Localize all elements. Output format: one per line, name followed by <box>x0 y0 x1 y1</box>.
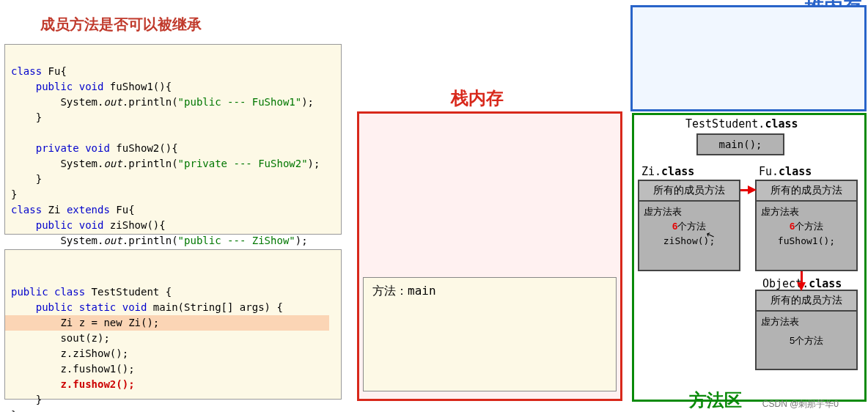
txt: class <box>765 117 798 130</box>
txt: class <box>661 165 694 178</box>
zi-method-count: 6个方法 <box>644 219 735 234</box>
txt: } <box>11 409 17 412</box>
zi-method-name: ziShow(); <box>644 234 735 249</box>
txt: Fu{ <box>110 204 135 216</box>
error-line: z.fushow2(); <box>11 378 135 390</box>
str: "public --- ZiShow" <box>178 235 295 246</box>
vtable-label: 虚方法表 <box>761 205 852 219</box>
str: "public --- FuShow1" <box>178 96 302 108</box>
txt: class <box>779 165 812 178</box>
txt: TestStudent { <box>85 286 172 298</box>
zi-box-header: 所有的成员方法 <box>639 181 739 202</box>
txt: Fu{ <box>42 65 67 77</box>
object-box-body: 虚方法表 5个方法 <box>757 312 856 351</box>
txt: System. <box>11 96 103 108</box>
txt: fuShow1(){ <box>103 81 172 92</box>
heap-memory-box <box>630 5 867 111</box>
arrow-head-icon <box>797 282 806 291</box>
txt: ziShow(){ <box>103 219 165 231</box>
kw: public void <box>11 219 103 231</box>
code-block-classes: class Fu{ public void fuShow1(){ System.… <box>4 44 342 235</box>
kw: public void <box>11 81 103 92</box>
main-method-box: main(); <box>696 133 784 155</box>
zi-class-box: 所有的成员方法 虚方法表 6个方法 ziShow(); <box>638 180 740 271</box>
kw: class <box>11 65 42 77</box>
txt: 个方法 <box>677 221 706 232</box>
arrow-head-icon <box>748 185 757 194</box>
fu-class-box: 所有的成员方法 虚方法表 6个方法 fuShow1(); <box>755 180 858 271</box>
diagram-title: 成员方法是否可以被继承 <box>40 15 202 34</box>
zi-box-body: 虚方法表 6个方法 ziShow(); <box>639 202 739 251</box>
txt: } <box>11 173 42 185</box>
vtable-label: 虚方法表 <box>761 314 852 329</box>
vtable-label: 虚方法表 <box>644 205 735 219</box>
method-area-label: 方法区 <box>689 389 742 412</box>
field: out <box>103 96 122 108</box>
fu-box-header: 所有的成员方法 <box>757 181 856 202</box>
object-class-box: 所有的成员方法 虚方法表 5个方法 <box>755 290 858 370</box>
object-box-header: 所有的成员方法 <box>757 291 856 312</box>
str: "private --- FuShow2" <box>178 158 308 169</box>
txt: } <box>11 111 42 123</box>
code-block-main: public class TestStudent { public static… <box>4 249 342 400</box>
txt: class <box>809 277 842 290</box>
txt: System. <box>11 235 103 246</box>
txt: fuShow2(){ <box>110 142 178 154</box>
txt: 个方法 <box>795 221 823 232</box>
txt: System. <box>11 158 103 169</box>
kw: class <box>11 204 42 216</box>
watermark: CSDN @刺那芋华0 <box>762 398 839 411</box>
txt: ); <box>295 235 308 246</box>
txt: main(String[] args) { <box>147 301 282 313</box>
txt: Zi <box>42 204 67 216</box>
txt: Fu. <box>759 165 779 178</box>
txt: } <box>11 188 17 200</box>
txt: TestStudent. <box>685 117 765 130</box>
txt: } <box>11 394 42 405</box>
field: out <box>103 235 122 246</box>
txt: z.ziShow(); <box>11 347 128 359</box>
kw: public static void <box>11 301 147 313</box>
txt: .println( <box>122 158 178 169</box>
txt: .println( <box>122 235 178 246</box>
stack-memory-label: 栈内存 <box>451 87 504 110</box>
kw: public class <box>11 286 85 298</box>
txt: z.fushow1(); <box>11 363 135 375</box>
kw: extends <box>67 204 110 216</box>
txt: Zi. <box>641 165 661 178</box>
txt: sout(z); <box>11 332 110 344</box>
fu-box-body: 虚方法表 6个方法 fuShow1(); <box>757 202 856 251</box>
stack-frame-main: 方法：main <box>363 277 617 391</box>
fu-method-count: 6个方法 <box>761 219 852 234</box>
txt: .println( <box>122 96 178 108</box>
highlighted-line: Zi z = new Zi(); <box>5 315 329 331</box>
field: out <box>103 158 122 169</box>
txt: ); <box>308 158 320 169</box>
fu-method-name: fuShow1(); <box>761 234 852 249</box>
object-method-count: 5个方法 <box>761 334 852 348</box>
fu-class-label: Fu.class <box>759 165 812 178</box>
txt: ); <box>301 96 314 108</box>
teststudent-class-label: TestStudent.class <box>685 117 798 130</box>
zi-class-label: Zi.class <box>641 165 694 178</box>
kw: private void <box>11 142 110 154</box>
